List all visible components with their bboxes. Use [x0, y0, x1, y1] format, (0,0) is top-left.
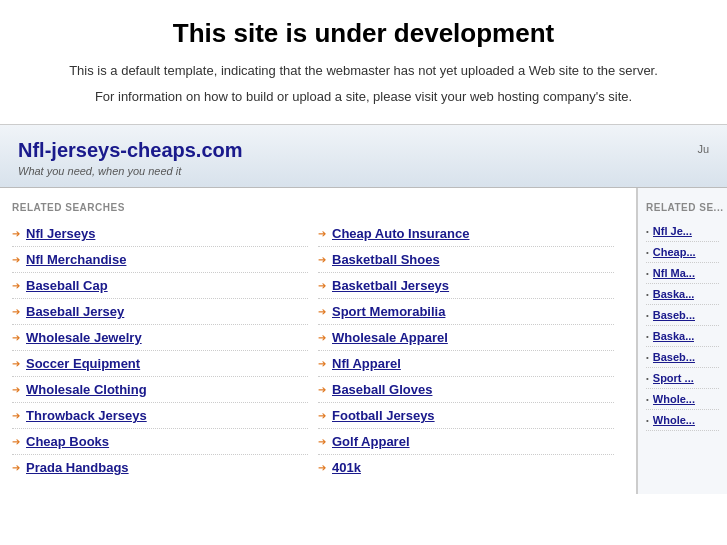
related-searches-label-right: RELATED SE...: [646, 202, 719, 213]
list-item: ➔ Soccer Equipment: [12, 351, 308, 377]
sidebar-search-link[interactable]: Nfl Ma...: [653, 267, 695, 279]
arrow-icon: ➔: [12, 254, 20, 265]
bullet-icon: •: [646, 374, 649, 383]
list-item: ➔ Football Jerseys: [318, 403, 614, 429]
arrow-icon: ➔: [12, 280, 20, 291]
list-item: ➔ Basketball Shoes: [318, 247, 614, 273]
page-title: This site is under development: [40, 18, 687, 49]
bullet-icon: •: [646, 227, 649, 236]
search-link[interactable]: Baseball Gloves: [332, 382, 432, 397]
list-item: ➔ Cheap Auto Insurance: [318, 221, 614, 247]
list-item: ➔ Baseball Jersey: [12, 299, 308, 325]
search-link[interactable]: Baseball Cap: [26, 278, 108, 293]
arrow-icon: ➔: [318, 410, 326, 421]
header-right-text: Ju: [697, 139, 709, 155]
list-item: ➔ Golf Apparel: [318, 429, 614, 455]
list-item: ➔ Cheap Books: [12, 429, 308, 455]
search-col-left: ➔ Nfl Jerseys ➔ Nfl Merchandise ➔ Baseba…: [12, 221, 318, 480]
list-item: ➔ Throwback Jerseys: [12, 403, 308, 429]
list-item: • Baseb...: [646, 305, 719, 326]
list-item: ➔ Wholesale Apparel: [318, 325, 614, 351]
sidebar-search-link[interactable]: Baseb...: [653, 351, 695, 363]
list-item: ➔ Wholesale Jewelry: [12, 325, 308, 351]
search-link[interactable]: Cheap Books: [26, 434, 109, 449]
list-item: • Baseb...: [646, 347, 719, 368]
list-item: ➔ Basketball Jerseys: [318, 273, 614, 299]
right-panel: RELATED SE... • Nfl Je... • Cheap... • N…: [637, 188, 727, 494]
arrow-icon: ➔: [12, 306, 20, 317]
list-item: ➔ Prada Handbags: [12, 455, 308, 480]
arrow-icon: ➔: [318, 280, 326, 291]
search-link[interactable]: Wholesale Jewelry: [26, 330, 142, 345]
list-item: ➔ Nfl Merchandise: [12, 247, 308, 273]
list-item: • Whole...: [646, 410, 719, 431]
bullet-icon: •: [646, 353, 649, 362]
list-item: • Baska...: [646, 326, 719, 347]
notice-line1: This is a default template, indicating t…: [40, 61, 687, 81]
list-item: ➔ Wholesale Clothing: [12, 377, 308, 403]
site-header: Nfl-jerseys-cheaps.com What you need, wh…: [0, 125, 727, 188]
sidebar-search-link[interactable]: Nfl Je...: [653, 225, 692, 237]
search-link[interactable]: 401k: [332, 460, 361, 475]
search-link[interactable]: Sport Memorabilia: [332, 304, 445, 319]
arrow-icon: ➔: [318, 332, 326, 343]
search-link[interactable]: Soccer Equipment: [26, 356, 140, 371]
top-notice: This site is under development This is a…: [0, 0, 727, 125]
search-link[interactable]: Wholesale Clothing: [26, 382, 147, 397]
search-link[interactable]: Nfl Merchandise: [26, 252, 126, 267]
site-tagline: What you need, when you need it: [18, 165, 243, 177]
arrow-icon: ➔: [12, 436, 20, 447]
search-link[interactable]: Baseball Jersey: [26, 304, 124, 319]
search-link[interactable]: Cheap Auto Insurance: [332, 226, 469, 241]
sidebar-search-link[interactable]: Baska...: [653, 330, 695, 342]
arrow-icon: ➔: [318, 254, 326, 265]
sidebar-search-link[interactable]: Whole...: [653, 414, 695, 426]
bullet-icon: •: [646, 269, 649, 278]
list-item: • Sport ...: [646, 368, 719, 389]
search-link[interactable]: Prada Handbags: [26, 460, 129, 475]
list-item: • Whole...: [646, 389, 719, 410]
arrow-icon: ➔: [12, 410, 20, 421]
search-link[interactable]: Golf Apparel: [332, 434, 410, 449]
search-link[interactable]: Nfl Jerseys: [26, 226, 95, 241]
search-link[interactable]: Wholesale Apparel: [332, 330, 448, 345]
arrow-icon: ➔: [318, 384, 326, 395]
arrow-icon: ➔: [12, 358, 20, 369]
bullet-icon: •: [646, 416, 649, 425]
sidebar-search-link[interactable]: Whole...: [653, 393, 695, 405]
arrow-icon: ➔: [318, 436, 326, 447]
search-link[interactable]: Nfl Apparel: [332, 356, 401, 371]
list-item: • Cheap...: [646, 242, 719, 263]
sidebar-search-link[interactable]: Cheap...: [653, 246, 696, 258]
arrow-icon: ➔: [318, 228, 326, 239]
search-link[interactable]: Throwback Jerseys: [26, 408, 147, 423]
main-content: RELATED SEARCHES ➔ Nfl Jerseys ➔ Nfl Mer…: [0, 188, 727, 494]
list-item: • Nfl Ma...: [646, 263, 719, 284]
search-link[interactable]: Football Jerseys: [332, 408, 435, 423]
bullet-icon: •: [646, 248, 649, 257]
search-link[interactable]: Basketball Shoes: [332, 252, 440, 267]
bullet-icon: •: [646, 290, 649, 299]
arrow-icon: ➔: [318, 358, 326, 369]
search-link[interactable]: Basketball Jerseys: [332, 278, 449, 293]
sidebar-search-link[interactable]: Sport ...: [653, 372, 694, 384]
arrow-icon: ➔: [318, 462, 326, 473]
list-item: ➔ Nfl Jerseys: [12, 221, 308, 247]
site-title: Nfl-jerseys-cheaps.com: [18, 139, 243, 162]
list-item: • Baska...: [646, 284, 719, 305]
bullet-icon: •: [646, 332, 649, 341]
search-columns: ➔ Nfl Jerseys ➔ Nfl Merchandise ➔ Baseba…: [12, 221, 624, 480]
list-item: ➔ Baseball Cap: [12, 273, 308, 299]
bullet-icon: •: [646, 395, 649, 404]
notice-line2: For information on how to build or uploa…: [40, 87, 687, 107]
list-item: ➔ 401k: [318, 455, 614, 480]
related-searches-label: RELATED SEARCHES: [12, 202, 624, 213]
site-header-left: Nfl-jerseys-cheaps.com What you need, wh…: [18, 139, 243, 177]
arrow-icon: ➔: [12, 228, 20, 239]
arrow-icon: ➔: [318, 306, 326, 317]
sidebar-search-link[interactable]: Baska...: [653, 288, 695, 300]
sidebar-search-link[interactable]: Baseb...: [653, 309, 695, 321]
list-item: ➔ Sport Memorabilia: [318, 299, 614, 325]
list-item: ➔ Baseball Gloves: [318, 377, 614, 403]
list-item: • Nfl Je...: [646, 221, 719, 242]
